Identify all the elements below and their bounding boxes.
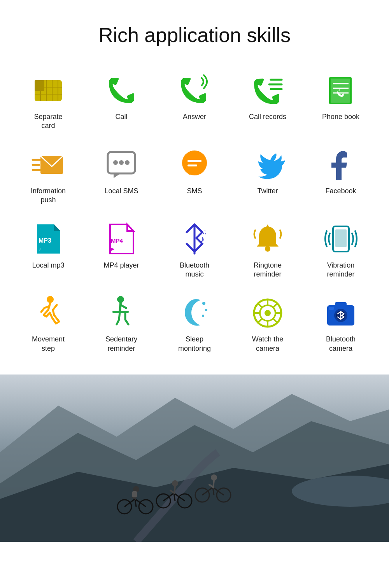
icon-item-facebook: Facebook: [304, 140, 377, 215]
call-icon: [105, 74, 138, 107]
svg-line-52: [273, 303, 277, 308]
icon-item-vibration-reminder: Vibrationreminder: [304, 215, 377, 289]
answer-label: Answer: [183, 112, 206, 121]
icon-item-call: Call: [85, 66, 158, 140]
icon-item-sleep-monitoring: Sleepmonitoring: [158, 289, 231, 363]
icon-item-bluetooth-music: ♪ ♫ Bluetoothmusic: [158, 215, 231, 289]
ringtone-reminder-icon: [251, 222, 284, 256]
facebook-label: Facebook: [325, 187, 356, 196]
svg-point-25: [182, 150, 207, 175]
svg-text:♫: ♫: [202, 229, 207, 235]
svg-point-76: [172, 480, 178, 486]
answer-icon: [178, 74, 211, 107]
local-mp3-label: Local mp3: [32, 261, 64, 270]
svg-rect-26: [187, 160, 202, 162]
icon-item-local-sms: Local SMS: [85, 140, 158, 215]
sedentary-reminder-icon: [105, 296, 138, 329]
twitter-label: Twitter: [257, 187, 278, 196]
svg-rect-70: [132, 491, 137, 497]
mp4-player-icon: MP4 ▶: [105, 222, 138, 256]
svg-rect-12: [331, 79, 350, 103]
sms-label: SMS: [187, 187, 202, 196]
local-mp3-icon: MP3 ♪: [32, 222, 65, 256]
sedentary-reminder-label: Sedentaryreminder: [105, 335, 137, 353]
icon-item-call-records: Call records: [231, 66, 304, 140]
sleep-monitoring-icon: [178, 296, 211, 329]
svg-marker-24: [114, 173, 121, 178]
icon-item-mp4-player: MP4 ▶ MP4 player: [85, 215, 158, 289]
icon-item-bluetooth-camera: Bluetoothcamera: [304, 289, 377, 363]
icon-item-twitter: Twitter: [231, 140, 304, 215]
svg-point-38: [47, 296, 54, 303]
watch-camera-icon: [251, 296, 284, 329]
svg-text:♪: ♪: [39, 246, 41, 252]
icon-item-separate-card: Separatecard: [12, 66, 85, 140]
svg-point-40: [202, 302, 205, 305]
bluetooth-music-label: Bluetoothmusic: [180, 261, 209, 279]
svg-line-53: [258, 318, 262, 323]
svg-rect-27: [187, 164, 197, 166]
svg-rect-37: [335, 229, 347, 247]
page-title: Rich application skills: [8, 23, 381, 47]
svg-text:MP4: MP4: [111, 237, 123, 244]
icon-item-ringtone-reminder: Ringtonereminder: [231, 215, 304, 289]
call-label: Call: [115, 112, 127, 121]
separate-card-icon: [32, 74, 65, 107]
bluetooth-camera-label: Bluetoothcamera: [326, 335, 356, 353]
local-sms-icon: [105, 148, 138, 181]
phone-book-label: Phone book: [322, 112, 359, 121]
svg-point-41: [205, 309, 207, 311]
svg-point-35: [265, 246, 270, 252]
sms-icon: [178, 148, 211, 181]
vibration-reminder-icon: [324, 222, 357, 256]
information-push-icon: [32, 148, 65, 181]
watch-camera-label: Watch thecamera: [252, 335, 283, 353]
ringtone-reminder-label: Ringtonereminder: [254, 261, 282, 279]
information-push-label: Informationpush: [31, 187, 66, 205]
bottom-photo: [0, 374, 389, 542]
svg-rect-55: [335, 302, 347, 307]
icon-item-information-push: Informationpush: [12, 140, 85, 215]
bluetooth-music-icon: ♪ ♫: [178, 222, 211, 256]
svg-point-82: [211, 474, 217, 481]
twitter-icon: [251, 148, 284, 181]
svg-text:♪: ♪: [200, 234, 205, 244]
call-records-icon: [251, 74, 284, 107]
svg-point-45: [265, 310, 271, 316]
svg-rect-58: [329, 307, 334, 310]
icon-item-phone-book: Phone book: [304, 66, 377, 140]
icon-item-movement-step: Movementstep: [12, 289, 85, 363]
sleep-monitoring-label: Sleepmonitoring: [178, 335, 211, 353]
icon-item-sedentary-reminder: Sedentaryreminder: [85, 289, 158, 363]
local-sms-label: Local SMS: [104, 187, 138, 196]
icon-item-watch-camera: Watch thecamera: [231, 289, 304, 363]
svg-point-23: [125, 160, 130, 165]
svg-line-51: [273, 318, 277, 323]
vibration-reminder-label: Vibrationreminder: [327, 261, 354, 279]
separate-card-label: Separatecard: [34, 112, 62, 131]
svg-rect-1: [35, 80, 44, 91]
icon-item-sms: SMS: [158, 140, 231, 215]
mp4-player-label: MP4 player: [103, 261, 139, 270]
top-section: Rich application skills Separatecard: [0, 0, 389, 374]
svg-point-22: [119, 160, 124, 165]
bluetooth-camera-icon: [324, 296, 357, 329]
svg-text:▶: ▶: [111, 246, 115, 252]
svg-text:MP3: MP3: [39, 237, 51, 244]
svg-line-50: [258, 303, 262, 308]
movement-step-icon: [32, 296, 65, 329]
facebook-icon: [324, 148, 357, 181]
icon-item-local-mp3: MP3 ♪ Local mp3: [12, 215, 85, 289]
svg-point-42: [202, 315, 204, 317]
call-records-label: Call records: [249, 112, 286, 121]
svg-point-21: [113, 160, 118, 165]
icons-grid: Separatecard Call Answer: [8, 66, 381, 363]
phone-book-icon: [324, 74, 357, 107]
icon-item-answer: Answer: [158, 66, 231, 140]
movement-step-label: Movementstep: [32, 335, 65, 353]
